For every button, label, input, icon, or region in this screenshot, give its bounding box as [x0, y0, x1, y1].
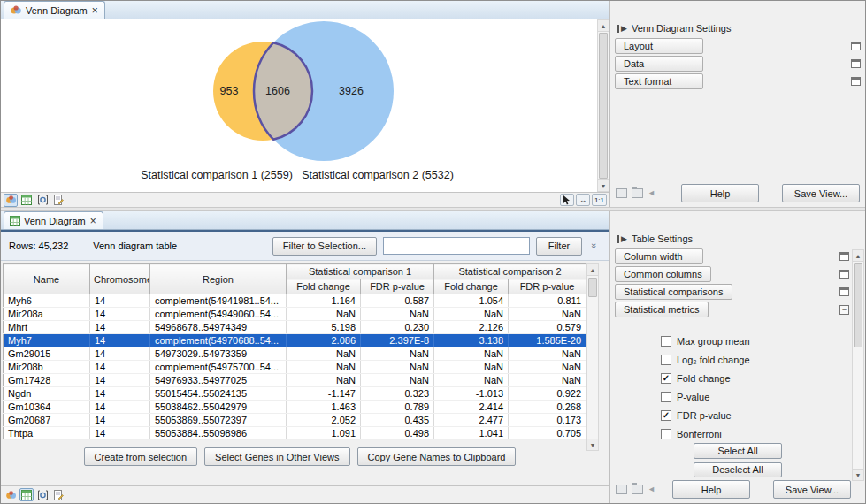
dock-panel-icon[interactable]: [616, 188, 627, 198]
cell-region[interactable]: 55053884..55098986: [150, 427, 287, 440]
cell-fold-change-2[interactable]: 1.041: [434, 427, 509, 440]
cell-chromosome[interactable]: 14: [90, 321, 150, 334]
scrollbar-thumb[interactable]: [854, 263, 862, 347]
column-header-fold-change-2[interactable]: Fold change: [434, 279, 509, 294]
cell-region[interactable]: 54968678..54974349: [150, 321, 287, 334]
cell-fdr-p-value-2[interactable]: NaN: [509, 347, 586, 361]
cell-fold-change-2[interactable]: 1.054: [434, 294, 509, 308]
column-header-chromosome[interactable]: Chromosome: [90, 264, 150, 294]
cell-fdr-p-value-1[interactable]: NaN: [361, 308, 434, 321]
close-tab-icon[interactable]: ×: [91, 6, 99, 15]
notes-view-icon[interactable]: [51, 488, 65, 501]
cell-chromosome[interactable]: 14: [90, 361, 150, 374]
select-all-button[interactable]: Select All: [694, 443, 782, 459]
palette-icon[interactable]: [851, 59, 861, 68]
cell-chromosome[interactable]: 14: [90, 308, 150, 321]
selection-tool-icon[interactable]: [560, 194, 574, 206]
cell-fdr-p-value-1[interactable]: 0.435: [361, 414, 434, 427]
cell-fold-change-1[interactable]: -1.164: [287, 294, 361, 308]
metric-row[interactable]: Bonferroni: [661, 428, 865, 439]
scroll-up-icon[interactable]: ▲: [598, 20, 609, 32]
cell-fdr-p-value-2[interactable]: 0.579: [509, 321, 586, 334]
scroll-up-icon[interactable]: ▲: [587, 264, 598, 276]
cell-fdr-p-value-1[interactable]: 0.230: [361, 321, 434, 334]
cell-chromosome[interactable]: 14: [90, 427, 150, 440]
checkbox-checked-icon[interactable]: ✓: [661, 410, 671, 421]
palette-icon[interactable]: [851, 42, 861, 50]
table-row[interactable]: Mir208b14complement(54975700..54...NaNNa…: [4, 361, 586, 374]
column-header-region[interactable]: Region: [150, 264, 287, 294]
section-header-statistical-comparisons[interactable]: Statistical comparisons: [615, 284, 732, 300]
cell-fdr-p-value-1[interactable]: NaN: [361, 347, 434, 361]
cell-fold-change-1[interactable]: NaN: [287, 308, 361, 321]
cell-fdr-p-value-2[interactable]: 1.585E-20: [509, 334, 586, 347]
cell-fdr-p-value-1[interactable]: 0.498: [361, 427, 434, 440]
save-view-button[interactable]: Save View...: [773, 480, 851, 499]
section-header-text-format[interactable]: Text format: [615, 73, 703, 89]
scrollbar-thumb[interactable]: [588, 278, 597, 297]
table-row[interactable]: Myh714complement(54970688..54...2.0862.3…: [4, 334, 586, 347]
cell-name[interactable]: Myh6: [4, 294, 90, 308]
create-from-selection-button[interactable]: Create from selection: [84, 447, 198, 466]
dock-panel-icon[interactable]: [616, 485, 627, 494]
cell-fold-change-2[interactable]: NaN: [434, 308, 509, 321]
cell-fold-change-1[interactable]: 1.091: [287, 427, 361, 440]
cell-fdr-p-value-2[interactable]: 0.922: [509, 387, 586, 401]
split-view-icon[interactable]: [35, 194, 50, 207]
section-header-column-width[interactable]: Column width: [615, 248, 703, 264]
filter-button[interactable]: Filter: [536, 237, 582, 256]
cell-fold-change-2[interactable]: NaN: [434, 347, 509, 361]
cell-fold-change-2[interactable]: 3.138: [434, 334, 509, 347]
table-row[interactable]: Ngdn1455015454..55024135-1.1470.323-1.01…: [4, 387, 586, 401]
venn-canvas[interactable]: 953 1606 3926 Statistical comparison 1 (…: [1, 19, 609, 192]
cell-fdr-p-value-2[interactable]: 0.811: [509, 294, 586, 308]
cell-name[interactable]: Ngdn: [4, 387, 90, 401]
deselect-all-button[interactable]: Deselect All: [694, 462, 782, 478]
fit-width-icon[interactable]: ↔: [576, 194, 590, 206]
venn-vertical-scrollbar[interactable]: ▲ ▼: [597, 19, 609, 192]
cell-fold-change-1[interactable]: 1.463: [287, 401, 361, 414]
cell-region[interactable]: 54973029..54973359: [150, 347, 287, 361]
palette-icon[interactable]: [851, 77, 861, 86]
scroll-up-icon[interactable]: ▲: [853, 250, 863, 262]
cell-region[interactable]: complement(54949060..54...: [150, 308, 287, 321]
panel-options-icon[interactable]: ◄: [648, 485, 656, 494]
cell-region[interactable]: 54976933..54977025: [150, 374, 287, 387]
section-header-layout[interactable]: Layout: [615, 38, 703, 54]
table-row[interactable]: Gm290151454973029..54973359NaNNaNNaNNaN: [4, 347, 586, 361]
save-view-button[interactable]: Save View...: [782, 184, 860, 202]
table-view-icon[interactable]: [19, 488, 34, 501]
cell-fold-change-2[interactable]: 2.126: [434, 321, 509, 334]
cell-name[interactable]: Gm29015: [4, 347, 90, 361]
cell-fdr-p-value-2[interactable]: 0.173: [509, 414, 586, 427]
palette-icon[interactable]: [839, 287, 849, 296]
cell-fold-change-1[interactable]: NaN: [287, 361, 361, 374]
panel-toggle-icon[interactable]: ▶: [617, 25, 627, 33]
cell-fold-change-2[interactable]: -1.013: [434, 387, 509, 401]
cell-fdr-p-value-1[interactable]: 0.323: [361, 387, 434, 401]
filter-input[interactable]: [383, 237, 530, 255]
scroll-down-icon[interactable]: ▼: [598, 179, 609, 191]
palette-icon[interactable]: [839, 252, 849, 261]
metric-row[interactable]: Max group mean: [661, 335, 865, 347]
metric-row[interactable]: Log₂ fold change: [661, 354, 865, 365]
cell-fdr-p-value-1[interactable]: 0.587: [361, 294, 434, 308]
copy-gene-names-button[interactable]: Copy Gene Names to Clipboard: [357, 447, 517, 466]
cell-region[interactable]: complement(54970688..54...: [150, 334, 287, 347]
table-row[interactable]: Gm206871455053869..550723972.0520.4352.4…: [4, 414, 586, 427]
cell-name[interactable]: Mir208a: [4, 308, 90, 321]
cell-fold-change-1[interactable]: NaN: [287, 374, 361, 387]
table-vertical-scrollbar[interactable]: ▲ ▼: [586, 263, 599, 451]
cell-region[interactable]: 55053869..55072397: [150, 414, 287, 427]
cell-chromosome[interactable]: 14: [90, 414, 150, 427]
checkbox-unchecked-icon[interactable]: [661, 392, 671, 402]
checkbox-unchecked-icon[interactable]: [661, 429, 671, 439]
panel-toggle-icon[interactable]: ▶: [617, 235, 627, 243]
help-button[interactable]: Help: [672, 480, 750, 499]
cell-region[interactable]: complement(54975700..54...: [150, 361, 287, 374]
cell-fdr-p-value-1[interactable]: 2.397E-8: [361, 334, 434, 347]
cell-fdr-p-value-2[interactable]: NaN: [509, 308, 586, 321]
cell-fold-change-2[interactable]: NaN: [434, 361, 509, 374]
table-view-icon[interactable]: [19, 194, 34, 207]
metric-row[interactable]: ✓Fold change: [661, 372, 865, 384]
